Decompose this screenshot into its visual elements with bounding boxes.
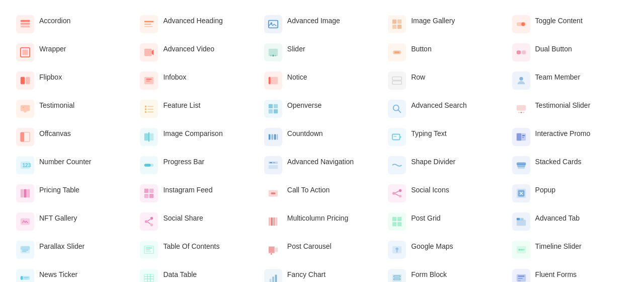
widget-item[interactable]: Offcanvas xyxy=(12,123,136,151)
svg-rect-108 xyxy=(397,217,401,221)
widget-item[interactable]: Testimonial Slider xyxy=(508,95,632,123)
openverse-icon xyxy=(264,100,282,118)
widget-item[interactable]: Social Icons xyxy=(384,179,508,207)
widget-label: Notice xyxy=(287,72,307,82)
svg-rect-79 xyxy=(21,189,24,198)
widget-item[interactable]: Advanced Search xyxy=(384,95,508,123)
svg-rect-80 xyxy=(24,189,27,198)
svg-rect-74 xyxy=(273,162,275,163)
widget-item[interactable]: Feature List xyxy=(136,95,260,123)
widget-label: Google Maps xyxy=(411,241,453,251)
widget-label: Toggle Content xyxy=(535,15,583,25)
widget-item[interactable]: Timeline Slider xyxy=(508,236,632,264)
svg-rect-104 xyxy=(271,218,273,226)
widget-item[interactable]: Advanced Heading xyxy=(136,10,260,38)
infobox-icon xyxy=(140,72,158,90)
svg-rect-53 xyxy=(21,132,24,142)
widget-item[interactable]: Button xyxy=(384,38,508,66)
widget-label: Typing Text xyxy=(411,128,447,138)
widget-item[interactable]: Image Comparison xyxy=(136,123,260,151)
svg-rect-111 xyxy=(516,220,525,226)
svg-rect-87 xyxy=(271,192,275,194)
svg-point-19 xyxy=(270,55,272,56)
widget-item[interactable]: Infobox xyxy=(136,66,260,95)
widget-item[interactable]: Advanced Navigation xyxy=(260,151,384,179)
widget-item[interactable]: Call To Action xyxy=(260,179,384,207)
widget-item[interactable]: Data Table xyxy=(136,264,260,282)
svg-rect-60 xyxy=(277,134,278,140)
svg-rect-112 xyxy=(516,218,519,221)
post-carousel-icon xyxy=(264,241,282,259)
svg-rect-40 xyxy=(148,109,154,110)
widget-item[interactable]: Fancy Chart xyxy=(260,264,384,282)
widget-item[interactable]: Stacked Cards xyxy=(508,151,632,179)
wrapper-icon xyxy=(16,43,34,61)
svg-rect-29 xyxy=(146,81,150,82)
pricing-icon xyxy=(16,184,34,202)
widget-item[interactable]: Pricing Table xyxy=(12,179,136,207)
svg-rect-3 xyxy=(144,21,153,23)
widget-item[interactable]: Toggle Content xyxy=(508,10,632,38)
widget-item[interactable]: Dual Button xyxy=(508,38,632,66)
widget-item[interactable]: Advanced Image xyxy=(260,10,384,38)
widget-item[interactable]: Instagram Feed xyxy=(136,179,260,207)
widget-item[interactable]: Post Grid xyxy=(384,207,508,236)
widget-label: Social Share xyxy=(163,213,203,223)
slider-icon xyxy=(264,43,282,61)
widget-item[interactable]: News Ticker xyxy=(12,264,136,282)
svg-rect-139 xyxy=(269,279,271,282)
svg-rect-141 xyxy=(275,275,277,282)
widget-item[interactable]: Fluent Forms xyxy=(508,264,632,282)
widget-item[interactable]: Form Block xyxy=(384,264,508,282)
widget-item[interactable]: Slider xyxy=(260,38,384,66)
widget-item[interactable]: Image Gallery xyxy=(384,10,508,38)
widget-item[interactable]: Social Share xyxy=(136,207,260,236)
widget-item[interactable]: Accordion xyxy=(12,10,136,38)
svg-rect-84 xyxy=(144,194,148,198)
widget-label: Parallax Slider xyxy=(39,241,85,251)
widget-item[interactable]: Row xyxy=(384,66,508,95)
svg-line-102 xyxy=(148,222,151,224)
widget-item[interactable]: Interactive Promo xyxy=(508,123,632,151)
widget-item[interactable]: Google Maps xyxy=(384,236,508,264)
testimonial-slider-icon xyxy=(512,100,530,118)
widget-item[interactable]: Popup xyxy=(508,179,632,207)
widget-label: Post Grid xyxy=(411,213,440,223)
widget-item[interactable]: "Testimonial xyxy=(12,95,136,123)
svg-rect-9 xyxy=(397,20,401,24)
countdown-icon xyxy=(264,128,282,146)
svg-rect-109 xyxy=(392,222,396,226)
svg-rect-83 xyxy=(149,189,153,193)
svg-point-41 xyxy=(145,111,147,113)
widget-label: Instagram Feed xyxy=(163,184,212,194)
widget-item[interactable]: Table Of Contents xyxy=(136,236,260,264)
svg-rect-119 xyxy=(146,251,151,252)
svg-rect-147 xyxy=(518,278,522,279)
offcanvas-icon xyxy=(16,128,34,146)
widget-item[interactable]: NFT Gallery xyxy=(12,207,136,236)
widget-item[interactable]: 123Number Counter xyxy=(12,151,136,179)
widget-item[interactable]: Advanced Tab xyxy=(508,207,632,236)
widget-item[interactable]: Flipbox xyxy=(12,66,136,95)
widget-item[interactable]: Notice xyxy=(260,66,384,95)
svg-point-99 xyxy=(150,224,153,227)
svg-point-98 xyxy=(150,217,153,220)
widget-item[interactable]: Parallax Slider xyxy=(12,236,136,264)
widget-item[interactable]: Shape Divider xyxy=(384,151,508,179)
widget-item[interactable]: Progress Bar xyxy=(136,151,260,179)
svg-rect-75 xyxy=(269,165,278,169)
widget-label: Interactive Promo xyxy=(535,128,591,138)
widget-item[interactable]: Team Member xyxy=(508,66,632,95)
widget-item[interactable]: Post Carousel xyxy=(260,236,384,264)
widget-item[interactable]: Openverse xyxy=(260,95,384,123)
widget-item[interactable]: Typing Text xyxy=(384,123,508,151)
widget-item[interactable]: Countdown xyxy=(260,123,384,151)
widget-item[interactable]: Multicolumn Pricing xyxy=(260,207,384,236)
svg-rect-85 xyxy=(149,194,153,198)
widget-item[interactable]: Advanced Video xyxy=(136,38,260,66)
widget-item[interactable]: Wrapper xyxy=(12,38,136,66)
svg-rect-46 xyxy=(274,109,278,113)
counter-icon: 123 xyxy=(16,156,34,174)
maps-icon xyxy=(388,241,406,259)
svg-rect-48 xyxy=(516,105,525,111)
